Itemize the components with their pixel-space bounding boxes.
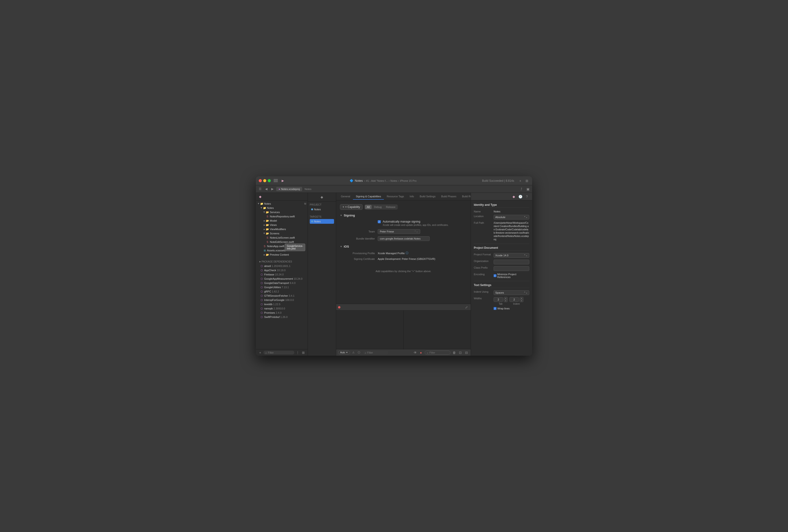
- bottom-filter-input2[interactable]: [429, 351, 448, 354]
- tree-root[interactable]: ▶ 📁 Notes M: [256, 201, 307, 206]
- pkg-leveldb[interactable]: ⬡ leveldb 1.22.5: [256, 302, 307, 307]
- tree-views[interactable]: ▶ 📂 Views: [256, 223, 307, 227]
- encoding-checkbox[interactable]: ✓: [494, 274, 496, 277]
- inspector-classp-input[interactable]: [494, 266, 529, 271]
- tree-notes[interactable]: ▶ 📁 Notes: [256, 206, 307, 210]
- inspector-location-select[interactable]: Absolute ⌃⌄: [494, 215, 529, 219]
- signing-collapse[interactable]: ▼: [340, 214, 342, 217]
- minimize-button[interactable]: [263, 179, 266, 182]
- inspector-file-icon[interactable]: ◆: [511, 194, 516, 199]
- maximize-button[interactable]: [268, 179, 271, 182]
- toolbar-right: ⤴ ▣: [519, 187, 530, 192]
- auto-label[interactable]: Auto ▼: [338, 351, 350, 355]
- tab-resource-tags[interactable]: Resource Tags: [384, 194, 407, 200]
- wrap-lines-checkbox[interactable]: ✓: [494, 307, 496, 310]
- tree-screens[interactable]: ▶ 📂 Screens: [256, 231, 307, 236]
- filter-tab-debug[interactable]: Debug: [372, 205, 383, 209]
- pkg-firebase[interactable]: ⬡ Firebase 10.24.0: [256, 272, 307, 277]
- add-capability-button[interactable]: + + Capability: [340, 204, 362, 210]
- pkg-abseil[interactable]: ⬡ abseil 1.2024011601.1: [256, 264, 307, 268]
- avatar-icon[interactable]: ●: [418, 350, 423, 355]
- filter-options-icon[interactable]: ⋮: [295, 350, 300, 355]
- tree-services[interactable]: ▶ 📂 Services: [256, 210, 307, 214]
- tab-width-stepper[interactable]: ▲ ▼: [504, 297, 508, 302]
- inspector-encoding-row: Encoding ✓ Minimize Project References: [474, 273, 529, 278]
- tab-general[interactable]: General: [338, 194, 353, 200]
- layout-button[interactable]: ⊞: [525, 178, 529, 183]
- sidebar-toggle[interactable]: [274, 179, 278, 182]
- file-tab[interactable]: ● Notes.xcodeproj: [276, 187, 302, 191]
- tree-assets[interactable]: ⊞ Assets.xcassets GoogleService-Info.pli…: [256, 248, 307, 253]
- tab-signing[interactable]: Signing & Capabilities: [353, 194, 384, 200]
- info-icon[interactable]: ⓘ: [406, 251, 408, 255]
- tree-notesrepo[interactable]: S NotesRepository.swift: [256, 214, 307, 219]
- inspector-indent-select[interactable]: Spaces ⌃⌄: [494, 290, 529, 295]
- inspector-org-input[interactable]: [494, 260, 529, 264]
- tab-down-icon[interactable]: ▼: [504, 299, 507, 302]
- layout-icon2[interactable]: ⊟: [464, 350, 469, 355]
- add-button[interactable]: +: [518, 178, 523, 183]
- inspector-wrap-row: ✓ Wrap lines: [474, 307, 529, 310]
- pkg-interop[interactable]: ⬡ InteropForGoogle 100.0.0: [256, 298, 307, 302]
- tree-notesapp[interactable]: S NotesApp.swift: [256, 244, 307, 248]
- tab-build-settings[interactable]: Build Settings: [417, 194, 438, 200]
- pkg-googlemeasure[interactable]: ⬡ GoogleAppMeasurement 10.24.0: [256, 277, 307, 281]
- project-item-notes[interactable]: Notes: [310, 207, 334, 212]
- pkg-grpc[interactable]: ⬡ gRPC 1.62.2: [256, 289, 307, 294]
- navigator-icon[interactable]: ☰: [258, 187, 262, 192]
- tree-noteedit[interactable]: S NoteEditScreen.swift: [256, 240, 307, 244]
- forward-button[interactable]: ▶: [270, 187, 275, 192]
- pkg-appcheck[interactable]: ⬡ AppCheck 10.19.0: [256, 268, 307, 272]
- ios-collapse[interactable]: ▼: [340, 245, 342, 248]
- target-icon: ◆: [320, 195, 324, 199]
- filter-mode-icon[interactable]: ⊞: [301, 350, 306, 355]
- trash-icon[interactable]: 🗑: [452, 350, 456, 355]
- filter-tab-all[interactable]: All: [365, 205, 372, 209]
- add-filter-icon[interactable]: +: [258, 350, 262, 355]
- indent-down-icon[interactable]: ▼: [520, 299, 523, 302]
- pkg-deps-item[interactable]: ▶ Package Dependencies: [258, 260, 306, 263]
- team-select[interactable]: Peter Friese ⌃⌄: [378, 229, 420, 234]
- tab-width-input[interactable]: [494, 297, 503, 302]
- pkg-swiftproto[interactable]: ⬡ SwiftProtobuf 1.26.0: [256, 315, 307, 319]
- pkg-gtm[interactable]: ⬡ GTMSessionFetcher 3.4.1: [256, 294, 307, 298]
- back-button[interactable]: ◀: [264, 187, 269, 192]
- pkg-googleutils[interactable]: ⬡ GoogleUtilities 7.13.1: [256, 285, 307, 289]
- tree-noteslist[interactable]: S NotesListScreen.swift: [256, 236, 307, 240]
- auto-manage-checkbox[interactable]: ✓: [378, 220, 381, 223]
- indent-width-stepper[interactable]: ▲ ▼: [519, 297, 524, 302]
- tab-info[interactable]: Info: [407, 194, 417, 200]
- bottom-filter-input1[interactable]: [367, 351, 387, 354]
- bottom-filter-bar1[interactable]: ⌕: [363, 351, 388, 355]
- indent-up-icon[interactable]: ▲: [520, 297, 523, 299]
- tab-build-rules[interactable]: Build Rules: [459, 194, 471, 200]
- tree-viewmodifiers[interactable]: ▶ 📂 ViewModifiers: [256, 227, 307, 231]
- layout-icon1[interactable]: ⊡: [458, 350, 463, 355]
- tab-build-phases[interactable]: Build Phases: [438, 194, 459, 200]
- pkg-nanopb[interactable]: ⬡ nanopb 2.30910.0: [256, 307, 307, 311]
- target-item-notes[interactable]: Notes: [310, 219, 334, 224]
- inspector-toggle[interactable]: ▣: [526, 187, 530, 192]
- eye-icon[interactable]: 👁: [413, 350, 418, 355]
- sidebar-filter-bar[interactable]: ⌕: [263, 351, 294, 355]
- inspector-history-icon[interactable]: 🕐: [518, 194, 523, 199]
- tab-up-icon[interactable]: ▲: [504, 297, 507, 299]
- sidebar-filter-input[interactable]: [268, 351, 293, 354]
- expand-icon[interactable]: ⤢: [464, 305, 469, 310]
- info-btn-icon[interactable]: ⓘ: [357, 350, 361, 355]
- filter-tab-release[interactable]: Release: [384, 205, 397, 209]
- bundle-id-input[interactable]: com.google.firebase.codelab.Notes: [378, 236, 430, 241]
- warning-icon[interactable]: ⚠: [351, 350, 356, 355]
- tree-preview[interactable]: ▶ 📂 Preview Content: [256, 253, 307, 257]
- sidebar-nav-icon[interactable]: ◆: [258, 194, 262, 199]
- tree-model[interactable]: ▶ 📂 Model: [256, 219, 307, 223]
- indent-width-input[interactable]: [509, 297, 519, 302]
- inspector-help-icon[interactable]: ?: [525, 194, 529, 199]
- share-icon[interactable]: ⤴: [519, 187, 524, 192]
- inspector-toolbar: ◆ 🕐 ?: [471, 193, 532, 200]
- pkg-googletransport[interactable]: ⬡ GoogleDataTransport 9.4.0: [256, 281, 307, 285]
- close-button[interactable]: [259, 179, 262, 182]
- target-item-label: Notes: [314, 220, 321, 223]
- pkg-promises[interactable]: ⬡ Promises 2.4.0: [256, 311, 307, 315]
- inspector-format-select[interactable]: Xcode 14.0 ⌃⌄: [494, 253, 529, 258]
